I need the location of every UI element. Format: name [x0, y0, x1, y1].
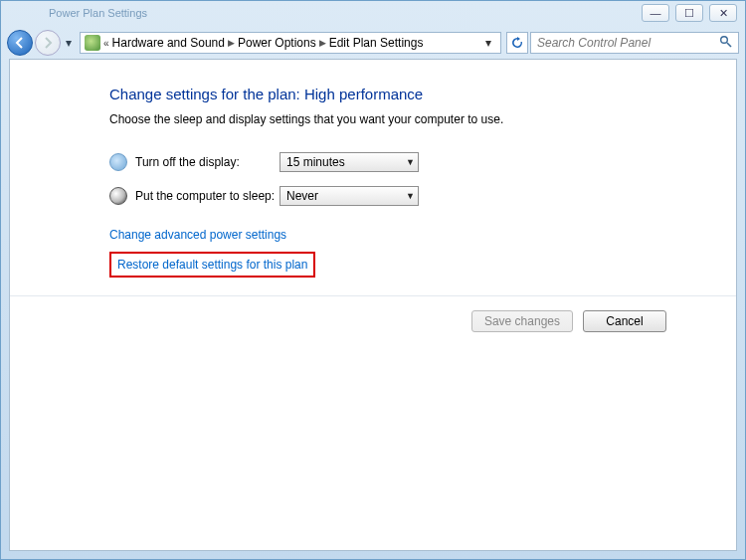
restore-link-highlight: Restore default settings for this plan [109, 252, 315, 278]
maximize-button[interactable]: ☐ [675, 4, 703, 22]
sleep-value: Never [286, 189, 318, 203]
breadcrumb-segment[interactable]: Power Options [238, 36, 316, 50]
turn-off-display-label: Turn off the display: [135, 155, 280, 169]
turn-off-display-value: 15 minutes [286, 155, 345, 169]
svg-point-0 [721, 37, 728, 44]
turn-off-display-select[interactable]: 15 minutes ▼ [280, 152, 419, 172]
sleep-row: Put the computer to sleep: Never ▼ [109, 186, 736, 206]
save-button: Save changes [471, 310, 573, 332]
chevron-left-icon: « [103, 38, 109, 49]
search-icon[interactable] [719, 35, 732, 51]
advanced-settings-link[interactable]: Change advanced power settings [109, 228, 286, 242]
forward-button [35, 30, 61, 56]
cancel-button[interactable]: Cancel [583, 310, 666, 332]
address-bar: ▾ « Hardware and Sound ▶ Power Options ▶… [1, 29, 745, 57]
titlebar: Power Plan Settings — ☐ ✕ [1, 1, 745, 29]
window-title-hint: Power Plan Settings [49, 7, 147, 19]
display-icon [109, 153, 127, 171]
back-button[interactable] [7, 30, 33, 56]
restore-defaults-link[interactable]: Restore default settings for this plan [117, 258, 307, 272]
content-area: Change settings for the plan: High perfo… [9, 59, 737, 551]
window-controls: — ☐ ✕ [642, 4, 737, 22]
page-subtext: Choose the sleep and display settings th… [109, 112, 736, 126]
links-block: Change advanced power settings Restore d… [109, 228, 736, 278]
sleep-icon [109, 187, 127, 205]
chevron-right-icon: ▶ [319, 38, 326, 48]
breadcrumb-segment[interactable]: Hardware and Sound [112, 36, 225, 50]
svg-line-1 [727, 43, 731, 47]
chevron-down-icon: ▼ [406, 191, 415, 201]
search-placeholder: Search Control Panel [537, 36, 651, 50]
minimize-button[interactable]: — [642, 4, 669, 22]
control-panel-icon [85, 35, 100, 51]
breadcrumb-dropdown[interactable]: ▾ [480, 36, 496, 50]
breadcrumb-segment[interactable]: Edit Plan Settings [329, 36, 424, 50]
sleep-select[interactable]: Never ▼ [280, 186, 419, 206]
control-panel-window: Power Plan Settings — ☐ ✕ ▾ « Hardware a… [0, 0, 746, 560]
close-button[interactable]: ✕ [709, 4, 737, 22]
footer-buttons: Save changes Cancel [109, 310, 736, 332]
chevron-down-icon: ▼ [406, 157, 415, 167]
breadcrumb[interactable]: « Hardware and Sound ▶ Power Options ▶ E… [80, 32, 501, 54]
sleep-label: Put the computer to sleep: [135, 189, 280, 203]
nav-history-dropdown[interactable]: ▾ [63, 31, 75, 55]
refresh-button[interactable] [506, 32, 528, 54]
search-input[interactable]: Search Control Panel [530, 32, 739, 54]
divider [10, 295, 736, 296]
page-title: Change settings for the plan: High perfo… [109, 86, 736, 102]
turn-off-display-row: Turn off the display: 15 minutes ▼ [109, 152, 736, 172]
chevron-right-icon: ▶ [228, 38, 235, 48]
